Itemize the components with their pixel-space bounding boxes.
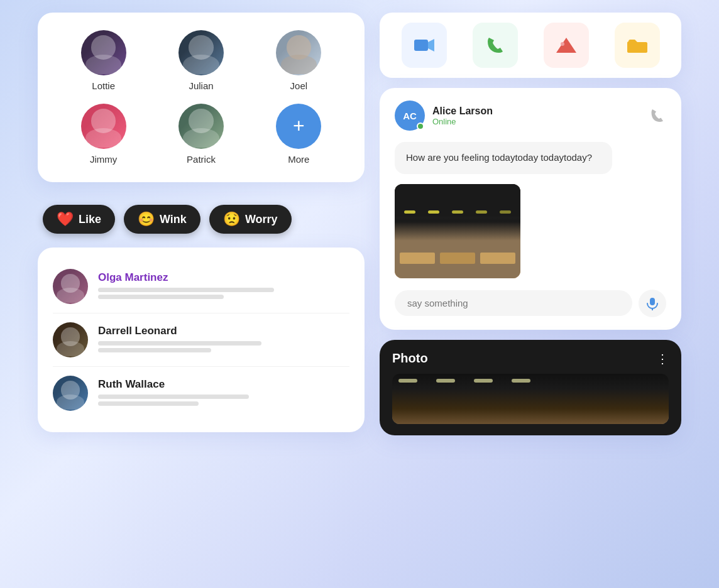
photo-more-button[interactable]: ⋮ [656,351,669,366]
person-row-ruth[interactable]: Ruth Wallace [53,367,349,420]
online-status-dot [417,122,424,130]
contact-jimmy[interactable]: Jimmy [58,104,149,165]
chat-user-status: Online [432,117,649,126]
person-info-ruth: Ruth Wallace [98,378,349,408]
contact-name-joel: Joel [290,80,308,91]
contact-name-lottie: Lottie [92,80,115,91]
desk-1 [400,253,435,264]
person-info-darrell: Darrell Leonard [98,325,349,355]
chat-text-input[interactable] [395,290,632,316]
contact-name-jimmy: Jimmy [90,154,117,165]
preview-light-1 [398,379,417,383]
chat-user-name: Alice Larson [432,106,649,117]
contact-name-more: More [288,154,309,165]
worry-label: Worry [245,213,278,226]
person-name-ruth: Ruth Wallace [98,378,349,391]
office-lights-row [404,210,511,214]
photo-preview-lights [398,379,662,383]
office-scene [395,184,520,278]
avatar-jimmy [81,104,126,149]
person-line-4 [98,348,211,352]
person-row-olga[interactable]: Olga Martinez [53,260,349,313]
light-1 [404,210,415,214]
like-emoji: ❤️ [57,211,74,227]
avatar-lottie [81,30,126,75]
person-line-3 [98,341,261,346]
svg-marker-1 [428,39,434,52]
phone-icon [484,34,507,57]
reactions-row: ❤️ Like 😊 Wink 😟 Worry [43,205,365,234]
chat-header: AC Alice Larson Online [395,101,666,131]
person-name-darrell: Darrell Leonard [98,325,349,337]
contacts-card: Lottie Julian Joel Jimmy [38,13,365,182]
mic-icon [645,297,659,310]
chat-message-bubble: How are you feeling todaytoday todaytoda… [395,142,612,174]
photo-header: Photo ⋮ [392,351,669,366]
mic-button[interactable] [639,290,666,317]
avatar-julian [178,30,224,75]
photo-card: Photo ⋮ [380,340,681,435]
avatar-ruth-list [53,376,88,411]
video-icon [413,34,436,57]
contact-name-julian: Julian [189,80,213,91]
contact-julian[interactable]: Julian [155,30,246,91]
folder-icon-button[interactable] [615,23,660,68]
image-icon-button[interactable] [544,23,589,68]
call-phone-icon[interactable] [649,107,666,124]
contact-name-patrick: Patrick [187,154,216,165]
photo-preview [392,374,669,424]
wink-label: Wink [160,213,187,226]
chat-input-row [395,290,666,317]
left-column: Lottie Julian Joel Jimmy [38,13,365,432]
avatar-darrell-list [53,322,88,357]
reaction-like[interactable]: ❤️ Like [43,205,115,234]
people-list-card: Olga Martinez Darrell Leonard Ruth Walla… [38,248,365,432]
preview-light-4 [512,379,530,383]
worry-emoji: 😟 [223,211,240,227]
contact-joel[interactable]: Joel [253,30,344,91]
person-name-olga: Olga Martinez [98,271,349,284]
contact-more[interactable]: + More [253,104,344,165]
person-info-olga: Olga Martinez [98,271,349,302]
contact-patrick[interactable]: Patrick [155,104,246,165]
chat-avatar-wrap: AC [395,101,425,131]
chat-message-text: How are you feeling todaytoday todaytoda… [406,152,592,163]
chat-user-info: Alice Larson Online [432,106,649,126]
office-desks [395,253,520,264]
avatar-joel [276,30,321,75]
phone-icon-button[interactable] [473,23,518,68]
light-3 [452,210,463,214]
avatar-olga-list [53,269,88,304]
person-line-6 [98,401,199,406]
person-row-darrell[interactable]: Darrell Leonard [53,313,349,367]
svg-rect-0 [414,40,428,51]
chat-card: AC Alice Larson Online How are you feeli… [380,88,681,330]
plus-icon: + [293,116,305,136]
avatar-patrick [178,104,224,149]
person-line-5 [98,395,249,399]
svg-marker-2 [556,38,576,53]
folder-icon [626,34,649,57]
desk-2 [440,253,475,264]
reaction-wink[interactable]: 😊 Wink [124,205,200,234]
contact-lottie[interactable]: Lottie [58,30,149,91]
preview-light-2 [436,379,455,383]
light-4 [476,210,487,214]
reaction-worry[interactable]: 😟 Worry [209,205,292,234]
svg-rect-4 [650,298,655,305]
svg-point-3 [561,42,564,46]
person-line-2 [98,295,224,299]
person-line-1 [98,288,274,292]
desk-3 [480,253,515,264]
contacts-grid: Lottie Julian Joel Jimmy [58,30,344,165]
wink-emoji: 😊 [138,211,155,227]
add-more-button[interactable]: + [276,104,321,149]
like-label: Like [79,213,101,226]
preview-light-3 [474,379,493,383]
app-icons-card [380,13,681,78]
video-icon-button[interactable] [402,23,447,68]
light-2 [428,210,439,214]
right-column: AC Alice Larson Online How are you feeli… [380,13,681,435]
light-5 [500,210,511,214]
photo-title: Photo [392,351,428,366]
